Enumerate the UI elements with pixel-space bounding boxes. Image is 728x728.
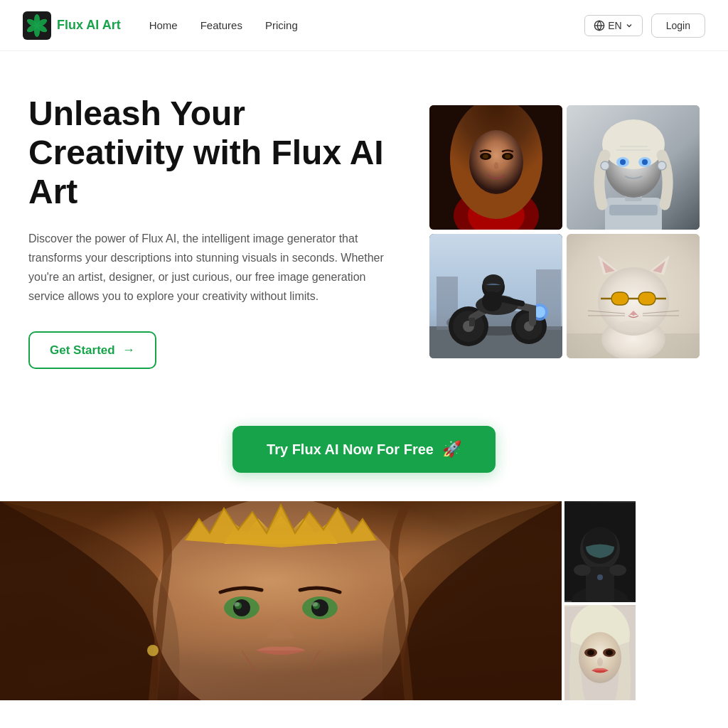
svg-point-88	[609, 564, 626, 576]
hero-image-robot	[567, 105, 700, 230]
arrow-right-icon: →	[122, 343, 135, 358]
svg-point-95	[587, 650, 594, 655]
svg-point-27	[620, 159, 626, 165]
svg-rect-21	[609, 205, 658, 215]
svg-point-28	[642, 159, 648, 165]
hero-image-grid	[429, 105, 700, 358]
hero-content: Unleash Your Creativity with Flux AI Art…	[28, 94, 401, 369]
navbar-right: EN Login	[584, 14, 705, 38]
nav-links: Home Features Pricing	[149, 19, 585, 31]
gallery-side-images	[564, 501, 636, 700]
language-selector[interactable]: EN	[584, 15, 642, 36]
svg-point-89	[597, 574, 603, 580]
get-started-label: Get Started	[50, 343, 115, 358]
gallery-section	[0, 501, 728, 700]
svg-point-49	[482, 291, 502, 311]
svg-point-17	[505, 154, 510, 159]
nav-home[interactable]: Home	[149, 19, 178, 31]
svg-point-16	[483, 154, 488, 159]
gallery-grid	[0, 501, 728, 700]
brand-name: Flux AI Art	[57, 18, 121, 33]
gallery-side-image-2	[564, 605, 636, 700]
cta-section: Try Flux AI Now For Free 🚀	[0, 412, 728, 501]
language-label: EN	[608, 20, 621, 31]
svg-point-96	[606, 650, 613, 655]
rocket-icon: 🚀	[442, 440, 461, 459]
svg-point-18	[494, 162, 498, 169]
cta-label: Try Flux AI Now For Free	[267, 441, 434, 458]
navbar: Flux AI Art Home Features Pricing EN Log…	[0, 0, 728, 51]
brand-logo-icon	[23, 11, 51, 40]
hero-section: Unleash Your Creativity with Flux AI Art…	[0, 51, 728, 412]
svg-rect-62	[639, 293, 655, 304]
brand-link[interactable]: Flux AI Art	[23, 11, 121, 40]
nav-features[interactable]: Features	[200, 19, 242, 31]
svg-point-87	[574, 564, 591, 576]
get-started-button[interactable]: Get Started →	[28, 331, 156, 369]
face-detail	[0, 501, 562, 700]
hero-image-cat	[567, 234, 700, 358]
svg-point-30	[658, 161, 666, 170]
hero-image-motorcycle	[429, 234, 562, 358]
login-button[interactable]: Login	[651, 14, 705, 38]
svg-point-71	[616, 321, 651, 332]
hero-title: Unleash Your Creativity with Flux AI Art	[28, 94, 401, 212]
chevron-down-icon	[625, 21, 633, 30]
gallery-side-image-1	[564, 501, 636, 602]
try-free-button[interactable]: Try Flux AI Now For Free 🚀	[232, 426, 496, 473]
nav-pricing[interactable]: Pricing	[265, 19, 298, 31]
svg-rect-61	[612, 293, 628, 304]
globe-icon	[594, 20, 605, 31]
svg-point-29	[601, 161, 609, 170]
hero-image-superhero	[429, 105, 562, 230]
svg-point-24	[602, 119, 665, 169]
hero-description: Discover the power of Flux AI, the intel…	[28, 229, 401, 306]
gallery-main-image	[0, 501, 562, 700]
svg-point-97	[597, 658, 603, 666]
